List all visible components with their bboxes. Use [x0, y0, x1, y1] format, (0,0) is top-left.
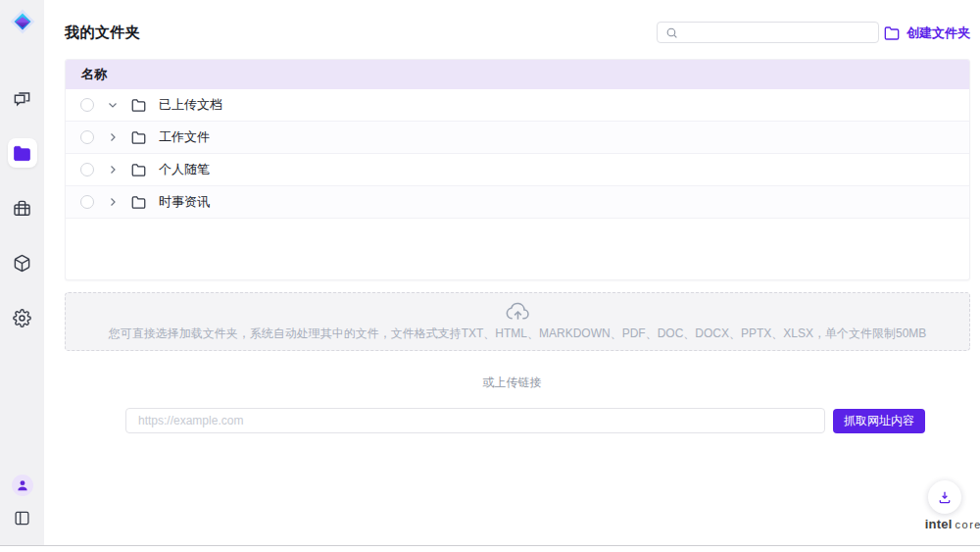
folder-table: 名称 已上传文档 工作文 [65, 59, 970, 280]
chevron-right-icon [107, 196, 119, 208]
intel-core-logo: intel coreultra [912, 517, 980, 531]
user-avatar[interactable] [12, 475, 33, 496]
chevron-toggle[interactable] [107, 131, 119, 143]
name-column-header: 名称 [81, 66, 107, 83]
upload-dropzone[interactable]: 您可直接选择加载文件夹，系统自动处理其中的文件，文件格式支持TXT、HTML、M… [65, 292, 970, 351]
gear-icon [13, 309, 31, 327]
folder-name: 已上传文档 [159, 96, 222, 114]
folder-icon [131, 195, 146, 210]
chevron-down-icon [107, 99, 119, 111]
folder-name: 时事资讯 [159, 193, 210, 211]
create-folder-button[interactable]: 创建文件夹 [884, 25, 970, 42]
download-fab-button[interactable] [928, 480, 961, 514]
folder-name: 个人随笔 [159, 161, 210, 178]
sidebar-item-workspace[interactable] [8, 193, 37, 223]
sidebar-nav [8, 83, 37, 332]
folder-icon [131, 163, 146, 177]
download-icon [937, 489, 953, 505]
row-checkbox[interactable] [80, 163, 94, 176]
intel-brand-text: intel [925, 517, 953, 531]
chevron-toggle[interactable] [107, 99, 119, 111]
row-checkbox[interactable] [80, 130, 94, 144]
core-brand-text: coreultra [956, 518, 980, 530]
cloud-upload-icon [505, 302, 531, 322]
url-input[interactable] [125, 408, 825, 433]
sidebar-item-settings[interactable] [8, 303, 37, 332]
folder-icon [131, 130, 146, 145]
user-avatar-icon [16, 478, 29, 492]
create-folder-label: 创建文件夹 [906, 25, 970, 42]
gem-logo-icon [9, 8, 36, 35]
folder-name: 工作文件 [159, 128, 210, 146]
sidebar-item-folders[interactable] [8, 138, 37, 168]
briefcase-icon [13, 199, 31, 218]
table-row[interactable]: 时事资讯 [66, 186, 969, 219]
upload-hint-text: 您可直接选择加载文件夹，系统自动处理其中的文件，文件格式支持TXT、HTML、M… [109, 326, 927, 342]
collapse-sidebar-button[interactable] [11, 506, 34, 529]
folder-icon [131, 98, 146, 113]
or-upload-link-label: 或上传链接 [44, 375, 980, 391]
app-logo[interactable] [8, 7, 37, 36]
sidebar-bottom [0, 475, 44, 529]
main-content: 我的文件夹 创建文件夹 名称 [44, 0, 980, 545]
sidebar-item-models[interactable] [8, 248, 37, 277]
folder-plus-icon [884, 25, 900, 41]
chevron-right-icon [107, 164, 119, 176]
chat-icon [13, 89, 31, 108]
row-checkbox[interactable] [80, 98, 94, 112]
table-row[interactable]: 已上传文档 [66, 89, 969, 122]
table-row[interactable]: 个人随笔 [66, 154, 969, 186]
table-header: 名称 [66, 60, 969, 89]
chevron-right-icon [107, 131, 119, 143]
folder-icon [13, 144, 31, 163]
search-input[interactable] [684, 25, 860, 39]
cube-icon [13, 254, 31, 273]
table-body: 已上传文档 工作文件 个人随笔 [66, 89, 969, 219]
search-box[interactable] [657, 22, 879, 43]
app-window: 我的文件夹 创建文件夹 名称 [0, 0, 980, 546]
table-row[interactable]: 工作文件 [66, 122, 969, 154]
sidebar [0, 0, 44, 545]
chevron-toggle[interactable] [107, 164, 119, 176]
url-upload-row: 抓取网址内容 [125, 408, 925, 433]
fetch-url-button[interactable]: 抓取网址内容 [833, 409, 925, 433]
row-checkbox[interactable] [80, 195, 94, 209]
chevron-toggle[interactable] [107, 196, 119, 208]
search-icon [665, 26, 678, 39]
page-title: 我的文件夹 [65, 24, 141, 42]
layout-toggle-icon [14, 510, 30, 527]
sidebar-item-chat[interactable] [8, 83, 37, 113]
